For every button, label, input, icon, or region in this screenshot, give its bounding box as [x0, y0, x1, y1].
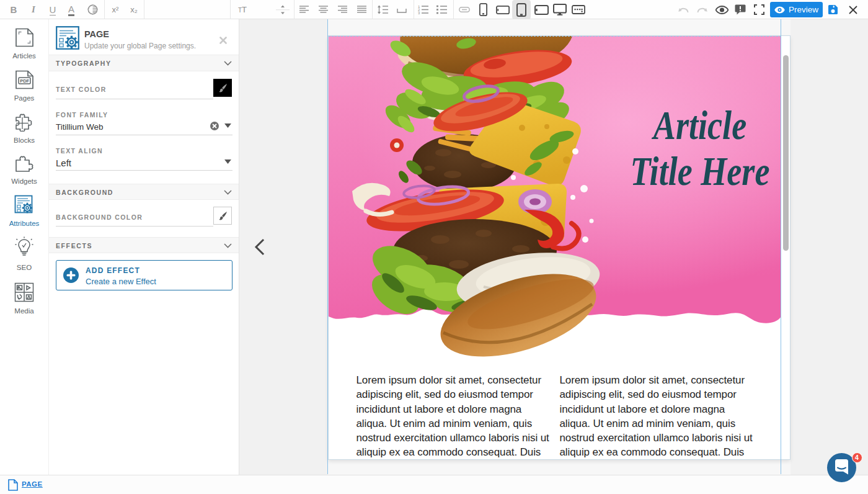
svg-text:3: 3 — [418, 11, 420, 14]
svg-text:PDF: PDF — [20, 78, 29, 84]
